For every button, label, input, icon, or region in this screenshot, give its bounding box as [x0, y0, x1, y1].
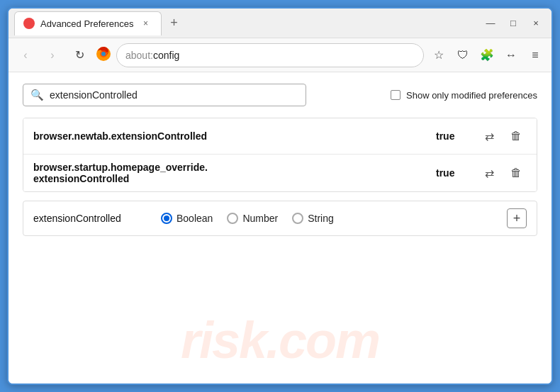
maximize-button[interactable]: □	[503, 13, 523, 33]
pref-name: browser.newtab.extensionControlled	[33, 130, 436, 142]
svg-point-2	[101, 52, 106, 56]
pref-value: true	[436, 167, 464, 179]
type-radio-group: Boolean Number String	[161, 213, 334, 224]
toggle-button[interactable]: ⇄	[478, 125, 500, 147]
browser-tab[interactable]: Advanced Preferences ×	[14, 11, 162, 35]
add-pref-button[interactable]: +	[507, 208, 527, 228]
back-button[interactable]: ‹	[14, 44, 37, 67]
address-bar[interactable]: about:config	[116, 43, 424, 67]
delete-button[interactable]: 🗑	[505, 162, 527, 184]
extension-button[interactable]: 🧩	[476, 45, 498, 66]
pref-name-line1: browser.startup.homepage_override.	[33, 162, 436, 173]
show-modified-label: Show only modified preferences	[406, 90, 537, 101]
address-text: about:config	[125, 50, 179, 61]
toggle-button[interactable]: ⇄	[478, 162, 500, 184]
watermark: risk.com	[181, 311, 379, 369]
search-input-value[interactable]: extensionControlled	[50, 89, 298, 101]
radio-string[interactable]: String	[292, 213, 334, 224]
new-tab-button[interactable]: +	[164, 13, 184, 33]
shield-button[interactable]: 🛡	[452, 45, 474, 66]
tab-close-button[interactable]: ×	[140, 17, 152, 30]
close-button[interactable]: ×	[526, 13, 546, 33]
result-actions: ⇄ 🗑	[478, 125, 527, 147]
minimize-button[interactable]: —	[481, 13, 500, 33]
radio-number-label: Number	[242, 213, 278, 224]
table-row: browser.startup.homepage_override. exten…	[23, 155, 537, 191]
reload-button[interactable]: ↻	[68, 44, 91, 67]
bookmark-button[interactable]: ☆	[428, 45, 449, 66]
tab-favicon	[23, 18, 35, 29]
table-row: browser.newtab.extensionControlled true …	[23, 118, 537, 155]
radio-boolean-circle	[161, 213, 172, 224]
url-path: config	[153, 50, 179, 61]
search-box[interactable]: 🔍 extensionControlled	[23, 84, 306, 106]
radio-number[interactable]: Number	[227, 213, 278, 224]
result-actions: ⇄ 🗑	[478, 162, 527, 184]
radio-boolean[interactable]: Boolean	[161, 213, 213, 224]
results-table: browser.newtab.extensionControlled true …	[23, 118, 537, 192]
browser-window: Advanced Preferences × + — □ × ‹ › ↻ abo…	[7, 7, 553, 385]
radio-number-circle	[227, 213, 238, 224]
pref-name-line2: extensionControlled	[33, 173, 436, 184]
delete-button[interactable]: 🗑	[505, 125, 527, 147]
url-protocol: about:	[125, 50, 153, 61]
search-row: 🔍 extensionControlled Show only modified…	[23, 84, 537, 106]
sync-button[interactable]: ↔	[500, 45, 522, 66]
window-controls: — □ ×	[481, 13, 546, 33]
nav-bar: ‹ › ↻ about:config ☆ 🛡 🧩 ↔ ≡	[9, 38, 551, 72]
content-area: risk.com 🔍 extensionControlled Show only…	[9, 72, 551, 383]
pref-name: browser.startup.homepage_override. exten…	[33, 162, 436, 184]
title-bar: Advanced Preferences × + — □ ×	[9, 9, 551, 38]
new-pref-name: extensionControlled	[33, 213, 147, 224]
firefox-logo	[95, 45, 112, 65]
tab-title: Advanced Preferences	[40, 18, 134, 29]
forward-button[interactable]: ›	[41, 44, 64, 67]
search-icon: 🔍	[30, 89, 44, 101]
radio-string-circle	[292, 213, 303, 224]
menu-button[interactable]: ≡	[525, 45, 546, 66]
add-pref-row: extensionControlled Boolean Number Strin…	[23, 201, 537, 236]
pref-value: true	[436, 130, 464, 142]
nav-tools: ☆ 🛡 🧩 ↔ ≡	[428, 45, 546, 66]
show-modified-checkbox[interactable]	[391, 90, 401, 100]
radio-boolean-label: Boolean	[177, 213, 213, 224]
show-modified-row[interactable]: Show only modified preferences	[391, 90, 537, 101]
radio-string-label: String	[308, 213, 334, 224]
